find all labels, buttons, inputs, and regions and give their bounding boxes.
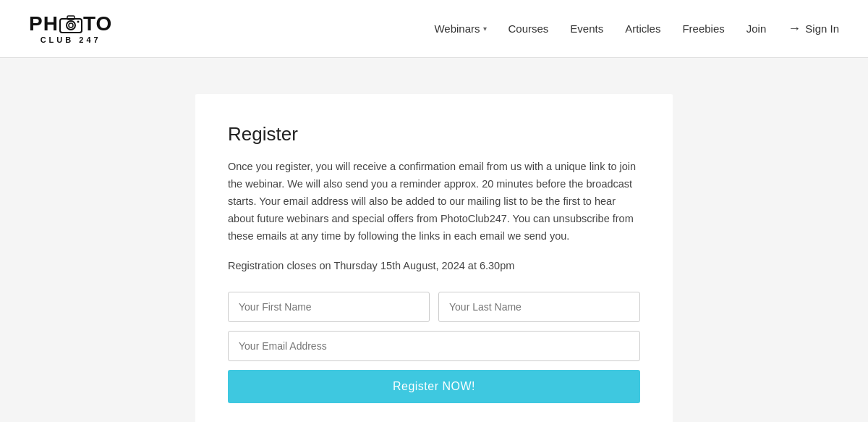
svg-rect-3 xyxy=(67,16,75,20)
svg-point-4 xyxy=(77,20,79,22)
nav-join[interactable]: Join xyxy=(746,22,767,35)
camera-icon xyxy=(59,14,82,33)
name-row xyxy=(228,292,640,322)
registration-closes-text: Registration closes on Thursday 15th Aug… xyxy=(228,260,640,271)
signin-icon: → xyxy=(788,21,801,36)
logo-subtext: CLUB 247 xyxy=(29,35,112,44)
email-input[interactable] xyxy=(228,331,640,361)
nav-courses[interactable]: Courses xyxy=(509,22,549,35)
chevron-down-icon: ▾ xyxy=(483,25,487,33)
registration-form: Register NOW! xyxy=(228,292,640,403)
main-content: Register Once you register, you will rec… xyxy=(0,58,868,422)
main-nav: Webinars ▾ Courses Events Articles Freeb… xyxy=(434,21,839,36)
svg-point-1 xyxy=(67,21,75,30)
logo[interactable]: PH TO CLUB 247 xyxy=(29,14,112,44)
last-name-input[interactable] xyxy=(438,292,640,322)
logo-text-to: TO xyxy=(83,14,112,34)
register-card: Register Once you register, you will rec… xyxy=(195,94,673,422)
first-name-input[interactable] xyxy=(228,292,430,322)
nav-events[interactable]: Events xyxy=(570,22,603,35)
register-description: Once you register, you will receive a co… xyxy=(228,159,640,245)
register-now-button[interactable]: Register NOW! xyxy=(228,370,640,403)
nav-articles[interactable]: Articles xyxy=(625,22,660,35)
logo-text-ph: PH xyxy=(29,14,59,34)
svg-point-2 xyxy=(69,23,73,28)
nav-webinars[interactable]: Webinars ▾ xyxy=(434,22,486,35)
page-title: Register xyxy=(228,123,640,145)
signin-button[interactable]: → Sign In xyxy=(788,21,839,36)
site-header: PH TO CLUB 247 Webinar xyxy=(0,0,868,58)
nav-freebies[interactable]: Freebies xyxy=(682,22,724,35)
